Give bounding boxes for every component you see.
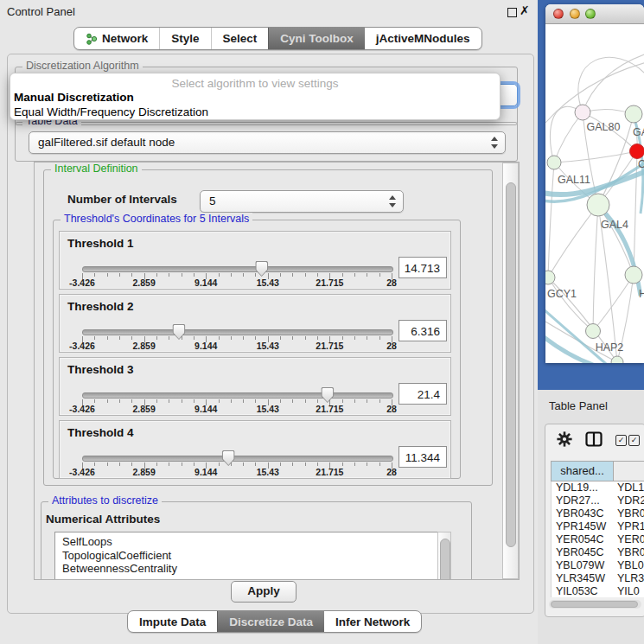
dropdown-option-manual-discretization[interactable]: Manual Discretization bbox=[10, 90, 500, 105]
cell[interactable]: YIL053C bbox=[552, 585, 615, 597]
slider-tick-labels: -3.4262.8599.14415.4321.71528 bbox=[82, 404, 392, 413]
number-of-intervals-combobox[interactable]: 5 bbox=[200, 190, 404, 213]
slider-tick-label: 28 bbox=[386, 341, 397, 351]
cell[interactable]: YDR2 bbox=[615, 494, 644, 507]
list-item[interactable]: SelfLoops bbox=[62, 535, 444, 549]
cell[interactable]: YLR3 bbox=[615, 572, 644, 585]
tab-jactivemnodules[interactable]: jActiveMNodules bbox=[365, 28, 481, 49]
node-label-gal11: GAL11 bbox=[558, 174, 590, 186]
table-horizontal-scrollbar[interactable] bbox=[549, 600, 641, 609]
table-data-combobox[interactable]: galFiltered.sif default node bbox=[29, 131, 506, 154]
tick-mark bbox=[169, 336, 169, 340]
threshold-slider[interactable] bbox=[82, 329, 393, 335]
cell[interactable]: YBL0 bbox=[615, 559, 644, 572]
cell[interactable]: YLR345W bbox=[552, 572, 615, 585]
node-bottom-partial[interactable] bbox=[611, 356, 623, 363]
cell[interactable]: YBR045C bbox=[552, 546, 615, 559]
threshold-value-field[interactable]: 21.4 bbox=[399, 383, 447, 405]
gear-icon[interactable] bbox=[556, 430, 573, 448]
zoom-traffic-light-icon[interactable] bbox=[585, 9, 596, 19]
cell[interactable]: YDL19... bbox=[552, 481, 615, 494]
table-row[interactable]: YBR043CYBR0 bbox=[552, 507, 644, 520]
tick-mark bbox=[280, 462, 281, 466]
node-gcy1[interactable] bbox=[545, 271, 555, 284]
scrollbar-thumb[interactable] bbox=[551, 601, 638, 608]
tab-discretize-data[interactable]: Discretize Data bbox=[217, 611, 324, 632]
tab-label: Network bbox=[102, 32, 148, 45]
cell[interactable]: YER054C bbox=[552, 533, 615, 546]
cell[interactable]: YBR043C bbox=[552, 507, 615, 520]
table-panel-title: Table Panel bbox=[549, 399, 608, 412]
close-icon[interactable]: ✗ bbox=[520, 3, 530, 17]
scrollbar-thumb[interactable] bbox=[440, 539, 450, 580]
tab-select[interactable]: Select bbox=[211, 28, 269, 49]
tab-impute-data[interactable]: Impute Data bbox=[128, 611, 217, 632]
network-view-window[interactable]: GAL80 GA C GAL11 GAL4 GCY1 H HAP2 bbox=[545, 4, 644, 363]
threshold-value-field[interactable]: 11.344 bbox=[399, 446, 447, 468]
table-row[interactable]: YLR345WYLR3 bbox=[552, 572, 644, 585]
tick-mark bbox=[354, 462, 355, 466]
table-row[interactable]: YIL053CYIL0 bbox=[552, 585, 644, 597]
list-item[interactable]: TopologicalCoefficient bbox=[62, 549, 444, 563]
threshold-slider[interactable] bbox=[82, 266, 393, 272]
table-data-value: galFiltered.sif default node bbox=[38, 136, 175, 149]
minimize-traffic-light-icon[interactable] bbox=[570, 9, 580, 19]
table-row[interactable]: YDR27...YDR2 bbox=[552, 494, 644, 507]
split-columns-icon[interactable] bbox=[585, 431, 603, 447]
threshold-value-field[interactable]: 14.713 bbox=[399, 257, 447, 278]
node-highlighted-red[interactable] bbox=[630, 144, 644, 159]
table-header-row: shared... na bbox=[551, 461, 644, 481]
list-scrollbar[interactable] bbox=[437, 532, 451, 580]
float-window-icon[interactable] bbox=[507, 8, 517, 17]
table-rows: YDL19...YDL1 YDR27...YDR2 YBR043CYBR0 YP… bbox=[551, 481, 644, 597]
node-partial-right[interactable] bbox=[625, 266, 642, 284]
table-row[interactable]: YDL19...YDL1 bbox=[552, 481, 644, 494]
cell[interactable]: YDR27... bbox=[552, 494, 615, 507]
cell[interactable]: YBL079W bbox=[552, 559, 615, 572]
close-traffic-light-icon[interactable] bbox=[553, 9, 564, 19]
threshold-value-field[interactable]: 6.316 bbox=[399, 320, 447, 341]
threshold-label: Threshold 1 bbox=[67, 237, 134, 250]
checkbox-icon[interactable]: ✓ bbox=[615, 435, 627, 446]
node-gal80[interactable] bbox=[575, 105, 590, 120]
attributes-listbox[interactable]: SelfLoops TopologicalCoefficient Between… bbox=[54, 532, 445, 580]
settings-scrollpane: Interval Definition Number of Intervals … bbox=[34, 162, 520, 580]
node-gal4[interactable] bbox=[587, 194, 609, 216]
threshold-slider[interactable] bbox=[82, 456, 393, 462]
list-item[interactable]: BetweennessCentrality bbox=[62, 562, 444, 576]
dropdown-option-equal-width-frequency[interactable]: Equal Width/Frequency Discretization bbox=[10, 105, 500, 119]
slider-tick-label: 2.859 bbox=[132, 467, 155, 477]
tick-mark bbox=[255, 462, 256, 466]
cell[interactable]: YBR0 bbox=[615, 507, 644, 520]
tab-style[interactable]: Style bbox=[159, 28, 210, 49]
apply-button[interactable]: Apply bbox=[231, 581, 296, 603]
tick-mark bbox=[219, 273, 220, 277]
network-canvas[interactable]: GAL80 GA C GAL11 GAL4 GCY1 H HAP2 bbox=[545, 23, 644, 363]
table-row[interactable]: YPR145WYPR1 bbox=[552, 520, 644, 533]
network-window-titlebar[interactable] bbox=[545, 4, 644, 24]
tab-network[interactable]: Network bbox=[74, 28, 159, 49]
dropdown-placeholder: Select algorithm to view settings bbox=[10, 73, 500, 90]
scrollbar-thumb[interactable] bbox=[506, 182, 516, 547]
table-row[interactable]: YBR045CYBR0 bbox=[552, 546, 644, 559]
node-hap2[interactable] bbox=[586, 324, 601, 339]
node-partial-top[interactable] bbox=[625, 105, 642, 123]
tab-infer-network[interactable]: Infer Network bbox=[324, 611, 421, 632]
cell[interactable]: YDL1 bbox=[615, 481, 644, 494]
checkbox-icon[interactable]: ✓ bbox=[628, 435, 640, 446]
slider-tick-label: 15.43 bbox=[257, 467, 279, 477]
cell[interactable]: YBR0 bbox=[615, 546, 644, 559]
column-header-shared-name[interactable]: shared... bbox=[551, 461, 614, 481]
settings-scrollbar[interactable] bbox=[502, 163, 519, 579]
table-row[interactable]: YER054CYER0 bbox=[552, 533, 644, 546]
column-header-name[interactable]: na bbox=[613, 461, 644, 481]
threshold-slider[interactable] bbox=[82, 392, 393, 399]
cell[interactable]: YPR1 bbox=[615, 520, 644, 533]
tab-cyni-toolbox[interactable]: Cyni Toolbox bbox=[268, 28, 365, 49]
cyni-toolbox-panel: Discretization Algorithm Select algorith… bbox=[7, 54, 534, 614]
cell[interactable]: YIL0 bbox=[615, 585, 640, 597]
cell[interactable]: YER0 bbox=[615, 533, 644, 546]
table-row[interactable]: YBL079WYBL0 bbox=[552, 559, 644, 572]
node-gal11[interactable] bbox=[547, 156, 561, 169]
cell[interactable]: YPR145W bbox=[552, 520, 615, 533]
